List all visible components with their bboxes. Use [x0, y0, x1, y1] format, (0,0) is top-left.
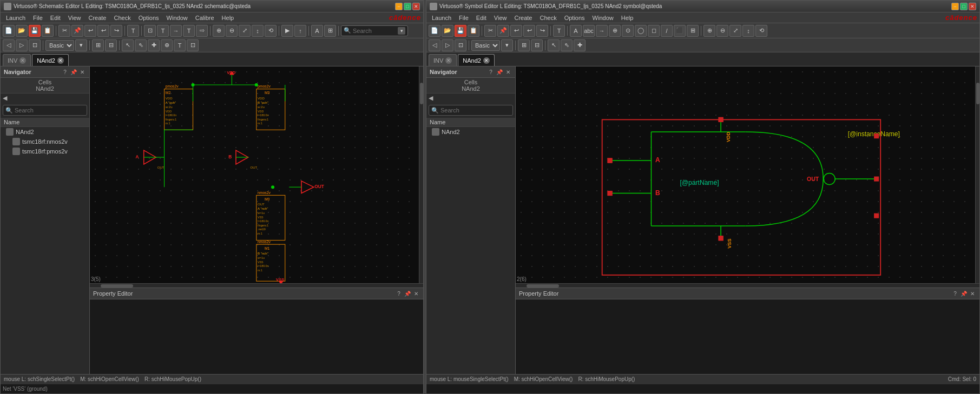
right-tb1-btn11[interactable]: →	[596, 25, 608, 37]
tb1-btn8[interactable]: T	[127, 25, 139, 37]
left-nav-search-input[interactable]	[15, 107, 89, 113]
right-nav-search-input[interactable]	[440, 107, 515, 113]
right-tab-inv-close[interactable]: ✕	[445, 57, 452, 64]
left-prop-pin[interactable]: 📌	[404, 290, 411, 297]
right-tb2-btn1[interactable]: ◁	[429, 39, 440, 51]
search-dropdown-btn[interactable]: ▾	[398, 27, 405, 35]
right-tb1-btn7[interactable]: ↩	[510, 25, 522, 37]
tb1-btn9[interactable]: ⊡	[144, 25, 156, 37]
tb1-btn19[interactable]: ▶	[281, 25, 293, 37]
tb2-btn8[interactable]: ✚	[148, 39, 160, 51]
menu-file[interactable]: File	[30, 14, 46, 22]
right-tree-item-nand2[interactable]: NAnd2	[426, 127, 515, 137]
right-tb1-btn16[interactable]: /	[661, 25, 673, 37]
right-nav-back[interactable]: ◀	[426, 94, 515, 103]
new-btn[interactable]: 📄	[3, 25, 15, 37]
right-tb1-btn14[interactable]: ◯	[635, 25, 647, 37]
left-v-scroll-thumb[interactable]	[420, 83, 423, 104]
tb2-btn9[interactable]: ⊕	[161, 39, 173, 51]
right-tb1-btn15[interactable]: ◻	[648, 25, 660, 37]
right-tab-inv[interactable]: INV ✕	[429, 54, 457, 66]
left-tab-inv[interactable]: INV ✕	[3, 54, 31, 66]
tb2-btn5[interactable]: ⊟	[105, 39, 117, 51]
undo-btn[interactable]: ↩	[97, 25, 109, 37]
tb1-btn22[interactable]: ⊞	[324, 25, 336, 37]
tb2-btn10[interactable]: T	[174, 39, 186, 51]
tb2-btn2[interactable]: ▷	[16, 39, 28, 51]
left-v-scroll[interactable]	[419, 66, 423, 283]
right-tb2-btn2[interactable]: ▷	[442, 39, 453, 51]
right-menu-launch[interactable]: Launch	[429, 14, 455, 22]
left-tree-item-pmos2v[interactable]: tsmc18rf:pmos2v	[1, 146, 89, 156]
right-tb1-btn13[interactable]: ⊙	[622, 25, 634, 37]
tb1-btn15[interactable]: ⊖	[226, 25, 238, 37]
right-tb1-btn4[interactable]: 📋	[468, 25, 479, 37]
right-save-btn[interactable]: 💾	[455, 25, 466, 37]
tb1-btn18[interactable]: ⟲	[265, 25, 277, 37]
menu-check[interactable]: Check	[110, 14, 134, 22]
right-tb2-btn4[interactable]: ⊞	[518, 39, 530, 51]
open-btn[interactable]: 📂	[16, 25, 28, 37]
right-open-btn[interactable]: 📂	[442, 25, 453, 37]
right-v-scroll[interactable]	[975, 66, 979, 283]
right-tb1-btn20[interactable]: ⊖	[716, 25, 728, 37]
tb1-btn11[interactable]: →	[170, 25, 182, 37]
right-style-select[interactable]: Basic	[471, 40, 500, 51]
right-tb1-btn22[interactable]: ↕	[742, 25, 754, 37]
tb2-btn11[interactable]: ⊡	[187, 39, 199, 51]
tb2-btn7[interactable]: ⇖	[135, 39, 147, 51]
right-tb1-btn21[interactable]: ⤢	[729, 25, 741, 37]
right-close-btn[interactable]: ✕	[969, 3, 976, 10]
right-h-scroll[interactable]	[516, 283, 979, 288]
tb1-btn6[interactable]: 📌	[71, 25, 83, 37]
tb1-btn14[interactable]: ⊕	[213, 25, 225, 37]
tb1-btn7[interactable]: ↩	[84, 25, 96, 37]
right-style-dropdown[interactable]: ▾	[501, 39, 513, 51]
left-search-box[interactable]: 🔍 ▾	[341, 25, 408, 36]
tb2-btn1[interactable]: ◁	[3, 39, 15, 51]
tb1-btn16[interactable]: ⤢	[239, 25, 251, 37]
right-nav-close[interactable]: ✕	[504, 68, 512, 76]
redo-btn[interactable]: ↪	[110, 25, 122, 37]
left-tab-inv-close[interactable]: ✕	[19, 57, 26, 64]
right-tb2-btn8[interactable]: ✚	[574, 39, 586, 51]
tb1-btn10[interactable]: T	[157, 25, 169, 37]
right-tb1-btn8[interactable]: T	[553, 25, 565, 37]
left-h-scroll[interactable]	[90, 283, 423, 288]
menu-calibre[interactable]: Calibre	[192, 14, 218, 22]
style-dropdown[interactable]: ▾	[75, 39, 87, 51]
left-minimize-btn[interactable]: −	[395, 3, 403, 10]
right-menu-file[interactable]: File	[456, 14, 472, 22]
tb1-btn4[interactable]: 📋	[42, 25, 54, 37]
left-nav-pin[interactable]: 📌	[70, 68, 77, 76]
right-menu-create[interactable]: Create	[511, 14, 535, 22]
right-canvas-area[interactable]: A B OUT	[516, 66, 975, 283]
right-nav-search[interactable]: 🔍 ▾	[429, 105, 513, 116]
right-menu-edit[interactable]: Edit	[473, 14, 490, 22]
right-nav-help[interactable]: ?	[487, 68, 495, 76]
right-tb1-btn5[interactable]: ✂	[484, 25, 496, 37]
right-redo-btn[interactable]: ↪	[536, 25, 548, 37]
right-tb1-btn19[interactable]: ⊕	[703, 25, 715, 37]
right-select-btn[interactable]: ↖	[548, 39, 560, 51]
right-tab-nand2[interactable]: NAnd2 ✕	[458, 54, 495, 66]
tb1-btn12[interactable]: T	[183, 25, 195, 37]
menu-edit[interactable]: Edit	[47, 14, 64, 22]
right-menu-options[interactable]: Options	[561, 14, 588, 22]
tb1-btn20[interactable]: ↑	[294, 25, 306, 37]
right-h-scroll-thumb[interactable]	[527, 284, 559, 288]
right-menu-window[interactable]: Window	[589, 14, 617, 22]
left-canvas-area[interactable]: pmos2v M2 VDD A "pch" w:2u VDD l=180.0n …	[90, 66, 419, 283]
menu-launch[interactable]: Launch	[3, 14, 29, 22]
right-tb1-btn12[interactable]: ⊕	[609, 25, 621, 37]
right-tb1-btn9[interactable]: A	[570, 25, 582, 37]
menu-view[interactable]: View	[65, 14, 84, 22]
menu-window[interactable]: Window	[163, 14, 191, 22]
menu-create[interactable]: Create	[85, 14, 109, 22]
tb1-btn21[interactable]: A	[311, 25, 323, 37]
right-minimize-btn[interactable]: −	[951, 3, 959, 10]
menu-options[interactable]: Options	[135, 14, 162, 22]
tb1-btn5[interactable]: ✂	[58, 25, 70, 37]
right-nav-pin[interactable]: 📌	[496, 68, 503, 76]
right-tb1-btn23[interactable]: ⟲	[755, 25, 767, 37]
